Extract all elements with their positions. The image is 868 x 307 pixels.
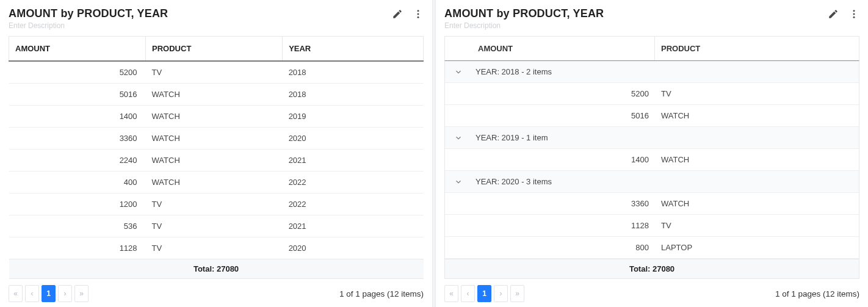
cell-amount: 1128 <box>472 215 655 236</box>
col-header-product[interactable]: PRODUCT <box>655 37 859 60</box>
panel-title: AMOUNT by PRODUCT, YEAR <box>444 7 604 20</box>
pager-info: 1 of 1 pages (12 items) <box>775 289 859 298</box>
cell-product: WATCH <box>146 84 283 106</box>
table-row[interactable]: 1200TV2022 <box>9 193 424 215</box>
more-vert-icon[interactable] <box>848 9 859 20</box>
svg-point-1 <box>418 13 419 15</box>
edit-icon[interactable] <box>392 9 403 20</box>
page-next-button[interactable]: › <box>58 285 72 302</box>
group-header-row[interactable]: YEAR: 2019 - 1 item <box>445 127 859 149</box>
cell-product: TV <box>146 61 283 84</box>
cell-year: 2018 <box>283 61 424 84</box>
page-prev-button[interactable]: ‹ <box>25 285 39 302</box>
chevron-down-icon[interactable] <box>445 62 472 82</box>
cell-product: WATCH <box>146 150 283 172</box>
cell-amount: 5200 <box>9 61 146 84</box>
cell-product: WATCH <box>655 193 859 214</box>
cell-product: WATCH <box>146 128 283 150</box>
cell-amount: 536 <box>9 215 146 237</box>
flat-table: AMOUNT PRODUCT YEAR 5200TV20185016WATCH2… <box>9 36 424 279</box>
table-row[interactable]: 3360WATCH <box>445 193 859 215</box>
table-row[interactable]: 400WATCH2022 <box>9 172 424 193</box>
total-cell: Total: 27080 <box>445 259 859 278</box>
page-first-button[interactable]: « <box>9 285 23 302</box>
panel-description-placeholder[interactable]: Enter Description <box>444 21 604 30</box>
table-row[interactable]: 5200TV <box>445 83 859 105</box>
page-first-button[interactable]: « <box>444 285 458 302</box>
panel-title: AMOUNT by PRODUCT, YEAR <box>9 7 168 20</box>
cell-amount: 1400 <box>9 106 146 128</box>
cell-year: 2022 <box>283 193 424 215</box>
cell-product: TV <box>146 193 283 215</box>
col-header-year[interactable]: YEAR <box>283 37 424 62</box>
total-cell: Total: 27080 <box>9 259 424 279</box>
page-number-button[interactable]: 1 <box>42 285 56 302</box>
cell-amount: 2240 <box>9 150 146 172</box>
more-vert-icon[interactable] <box>413 9 424 20</box>
cell-product: TV <box>146 237 283 259</box>
group-label: YEAR: 2020 - 3 items <box>472 171 859 192</box>
col-header-amount[interactable]: AMOUNT <box>9 37 146 62</box>
pager-info: 1 of 1 pages (12 items) <box>339 289 424 298</box>
cell-product: TV <box>655 215 859 236</box>
cell-year: 2019 <box>283 106 424 128</box>
table-row[interactable]: 5200TV2018 <box>9 61 424 84</box>
cell-amount: 3360 <box>9 128 146 150</box>
cell-amount: 1400 <box>472 149 655 170</box>
cell-product: WATCH <box>146 172 283 193</box>
page-number-button[interactable]: 1 <box>477 285 491 302</box>
cell-product: WATCH <box>146 106 283 128</box>
col-header-amount[interactable]: AMOUNT <box>472 37 655 60</box>
grouped-table-header: AMOUNT PRODUCT <box>444 36 859 61</box>
svg-point-5 <box>853 16 855 18</box>
cell-year: 2021 <box>283 150 424 172</box>
table-row[interactable]: 1400WATCH2019 <box>9 106 424 128</box>
table-row[interactable]: 1128TV <box>445 215 859 237</box>
cell-amount: 3360 <box>472 193 655 214</box>
grouped-table-panel: AMOUNT by PRODUCT, YEAR Enter Descriptio… <box>436 0 868 307</box>
cell-product: LAPTOP <box>655 237 859 258</box>
cell-product: TV <box>655 83 859 104</box>
table-row[interactable]: 5016WATCH2018 <box>9 84 424 106</box>
cell-product: WATCH <box>655 105 859 126</box>
group-label: YEAR: 2019 - 1 item <box>472 127 859 148</box>
table-row[interactable]: 1400WATCH <box>445 149 859 171</box>
table-row[interactable]: 1128TV2020 <box>9 237 424 259</box>
cell-amount: 5200 <box>472 83 655 104</box>
col-header-product[interactable]: PRODUCT <box>146 37 283 62</box>
group-header-row[interactable]: YEAR: 2020 - 3 items <box>445 171 859 193</box>
page-last-button[interactable]: » <box>510 285 524 302</box>
chevron-down-icon[interactable] <box>445 128 472 148</box>
cell-year: 2021 <box>283 215 424 237</box>
svg-point-4 <box>853 13 855 15</box>
svg-point-2 <box>418 16 419 18</box>
cell-amount: 5016 <box>9 84 146 106</box>
panel-description-placeholder[interactable]: Enter Description <box>9 21 168 30</box>
cell-year: 2018 <box>283 84 424 106</box>
cell-amount: 400 <box>9 172 146 193</box>
table-row[interactable]: 5016WATCH <box>445 105 859 127</box>
edit-icon[interactable] <box>828 9 839 20</box>
table-row[interactable]: 2240WATCH2021 <box>9 150 424 172</box>
cell-amount: 1128 <box>9 237 146 259</box>
group-label: YEAR: 2018 - 2 items <box>472 61 859 82</box>
svg-point-3 <box>853 10 855 12</box>
table-row[interactable]: 3360WATCH2020 <box>9 128 424 150</box>
cell-product: WATCH <box>655 149 859 170</box>
cell-amount: 5016 <box>472 105 655 126</box>
page-prev-button[interactable]: ‹ <box>461 285 475 302</box>
table-row[interactable]: 536TV2021 <box>9 215 424 237</box>
svg-point-0 <box>418 10 419 12</box>
group-header-row[interactable]: YEAR: 2018 - 2 items <box>445 61 859 83</box>
cell-year: 2022 <box>283 172 424 193</box>
grouped-table-body: YEAR: 2018 - 2 items5200TV5016WATCHYEAR:… <box>444 61 859 279</box>
page-last-button[interactable]: » <box>74 285 89 302</box>
cell-year: 2020 <box>283 128 424 150</box>
cell-product: TV <box>146 215 283 237</box>
cell-amount: 800 <box>472 237 655 258</box>
page-next-button[interactable]: › <box>494 285 508 302</box>
cell-amount: 1200 <box>9 193 146 215</box>
table-row[interactable]: 800LAPTOP <box>445 237 859 259</box>
chevron-down-icon[interactable] <box>445 172 472 192</box>
flat-table-panel: AMOUNT by PRODUCT, YEAR Enter Descriptio… <box>0 0 432 307</box>
